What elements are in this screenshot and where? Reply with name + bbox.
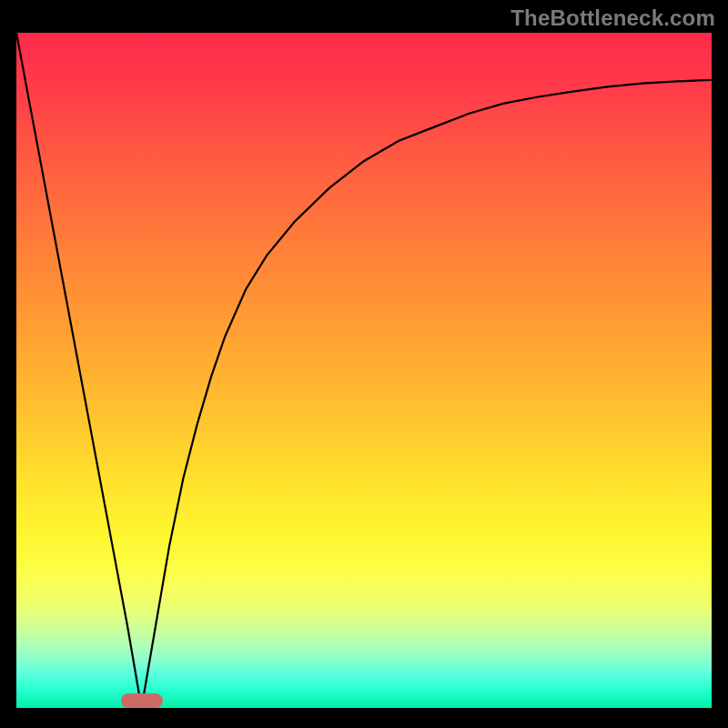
chart-minimum-marker xyxy=(121,693,163,708)
frame-border-right xyxy=(712,0,728,728)
watermark-text: TheBottleneck.com xyxy=(511,5,715,31)
chart-line-path xyxy=(16,33,712,708)
chart-curve xyxy=(16,33,712,708)
chart-frame xyxy=(16,33,712,708)
frame-border-bottom xyxy=(0,708,728,728)
frame-border-left xyxy=(0,0,16,728)
